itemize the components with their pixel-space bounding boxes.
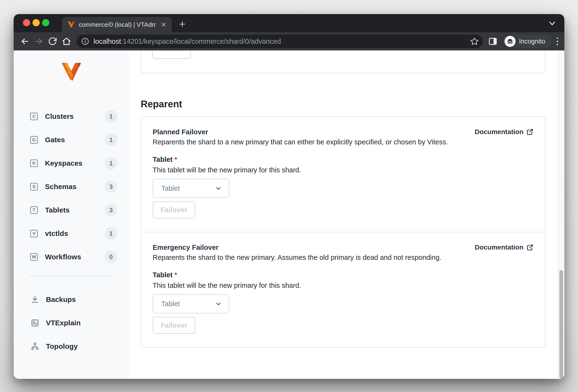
tab-title: commerce/0 (local) | VTAdmin xyxy=(79,21,155,29)
browser-toolbar: localhost:14201/keyspace/local/commerce/… xyxy=(14,32,564,50)
sidebar-divider xyxy=(30,276,112,276)
topology-icon xyxy=(30,342,40,351)
vtctlds-count-badge: 1 xyxy=(105,227,117,240)
tablet-field-label: Tablet* xyxy=(153,155,533,164)
required-asterisk: * xyxy=(174,156,177,163)
close-window-button[interactable] xyxy=(23,19,30,26)
workflows-letter-icon: W xyxy=(30,253,38,261)
reparent-card: Planned Failover Documentation Reparents… xyxy=(141,117,545,348)
gates-count-badge: 1 xyxy=(105,134,117,146)
vtctlds-letter-icon: V xyxy=(30,230,38,237)
new-tab-button[interactable] xyxy=(176,17,189,31)
forward-button[interactable] xyxy=(32,35,46,48)
emergency-failover-section: Emergency Failover Documentation Reparen… xyxy=(141,232,545,347)
sidebar-item-vtexplain[interactable]: VTExplain xyxy=(14,311,129,335)
back-button[interactable] xyxy=(18,35,32,48)
incognito-label: Incognito xyxy=(519,38,545,45)
emergency-failover-title: Emergency Failover xyxy=(153,243,219,252)
tablets-letter-icon: T xyxy=(30,206,38,214)
side-panel-button[interactable] xyxy=(486,35,500,48)
desktop: commerce/0 (local) | VTAdmin xyxy=(0,0,578,392)
planned-failover-section: Planned Failover Documentation Reparents… xyxy=(141,117,545,232)
tablets-count-badge: 3 xyxy=(105,204,117,216)
planned-failover-button[interactable]: Failover xyxy=(153,201,195,218)
vitess-favicon xyxy=(68,21,75,28)
sidebar-item-workflows[interactable]: W Workflows 0 xyxy=(14,245,129,269)
delete-button[interactable]: Delete xyxy=(152,50,191,59)
document-check-icon xyxy=(30,318,40,328)
vtadmin-page: C Clusters 1 G Gates 1 K Keyspaces 1 xyxy=(14,50,564,379)
url-host: localhost xyxy=(94,38,121,45)
tab-search-chevron-icon[interactable] xyxy=(548,20,556,28)
url-bar[interactable]: localhost:14201/keyspace/local/commerce/… xyxy=(76,35,483,48)
sidebar-item-vtctlds[interactable]: V vtctlds 1 xyxy=(14,222,129,245)
sidebar-item-tablets[interactable]: T Tablets 3 xyxy=(14,198,129,222)
clusters-letter-icon: C xyxy=(30,113,38,120)
zoom-window-button[interactable] xyxy=(42,19,49,26)
incognito-badge: Incognito xyxy=(503,35,551,48)
sidebar-item-gates[interactable]: G Gates 1 xyxy=(14,128,129,152)
window-controls xyxy=(23,19,49,26)
emergency-failover-description: Reparents the shard to the new primary. … xyxy=(153,253,533,262)
bookmark-star-icon[interactable] xyxy=(470,37,479,46)
site-info-icon[interactable] xyxy=(81,37,89,45)
planned-failover-title: Planned Failover xyxy=(153,127,208,136)
sidebar-item-schemas[interactable]: S Schemas 3 xyxy=(14,175,129,198)
main-content: Delete Reparent Planned Failover Documen… xyxy=(129,50,558,379)
keyspaces-letter-icon: K xyxy=(30,159,38,167)
emergency-failover-button[interactable]: Failover xyxy=(153,317,195,334)
sidebar-tools: Backups VTExplain Topology xyxy=(14,288,129,358)
sidebar-item-topology[interactable]: Topology xyxy=(14,335,129,358)
schemas-letter-icon: S xyxy=(30,183,38,191)
chevron-down-icon xyxy=(215,185,222,192)
workflows-count-badge: 0 xyxy=(105,251,117,263)
delete-shard-card: Delete xyxy=(141,50,545,73)
incognito-icon xyxy=(505,36,516,47)
chevron-down-icon xyxy=(215,300,222,307)
planned-tablet-select[interactable]: Tablet xyxy=(153,179,229,198)
tablet-field-description: This tablet will be the new primary for … xyxy=(153,165,533,174)
tablet-field-label: Tablet* xyxy=(153,270,533,279)
reload-button[interactable] xyxy=(46,35,60,48)
sidebar-nav: C Clusters 1 G Gates 1 K Keyspaces 1 xyxy=(14,105,129,269)
browser-window: commerce/0 (local) | VTAdmin xyxy=(14,14,564,379)
browser-tab[interactable]: commerce/0 (local) | VTAdmin xyxy=(62,17,172,32)
page-scrollbar xyxy=(558,50,564,379)
home-button[interactable] xyxy=(60,35,73,48)
gates-letter-icon: G xyxy=(30,136,38,144)
emergency-failover-doc-link[interactable]: Documentation xyxy=(475,243,533,252)
scrollbar-thumb[interactable] xyxy=(559,270,563,378)
external-link-icon xyxy=(526,244,533,251)
planned-failover-description: Reparents the shard to a new primary tha… xyxy=(153,137,533,147)
sidebar-item-backups[interactable]: Backups xyxy=(14,288,129,311)
clusters-count-badge: 1 xyxy=(105,110,117,123)
external-link-icon xyxy=(526,128,533,136)
keyspaces-count-badge: 1 xyxy=(105,157,117,169)
planned-failover-doc-link[interactable]: Documentation xyxy=(475,127,533,136)
sidebar-item-clusters[interactable]: C Clusters 1 xyxy=(14,105,129,128)
sidebar-item-keyspaces[interactable]: K Keyspaces 1 xyxy=(14,152,129,175)
tab-strip: commerce/0 (local) | VTAdmin xyxy=(14,14,564,32)
browser-menu-button[interactable] xyxy=(557,38,558,45)
required-asterisk: * xyxy=(174,271,177,279)
reparent-heading: Reparent xyxy=(141,99,182,109)
schemas-count-badge: 3 xyxy=(105,180,117,193)
minimize-window-button[interactable] xyxy=(33,19,40,26)
download-icon xyxy=(30,295,40,304)
vitess-logo xyxy=(61,62,81,81)
tablet-field-description: This tablet will be the new primary for … xyxy=(153,281,533,290)
sidebar: C Clusters 1 G Gates 1 K Keyspaces 1 xyxy=(14,50,129,379)
url-text: localhost:14201/keyspace/local/commerce/… xyxy=(94,38,281,45)
url-path: :14201/keyspace/local/commerce/shard/0/a… xyxy=(121,38,281,45)
emergency-tablet-select[interactable]: Tablet xyxy=(153,294,229,313)
tab-close-icon[interactable] xyxy=(159,20,168,29)
